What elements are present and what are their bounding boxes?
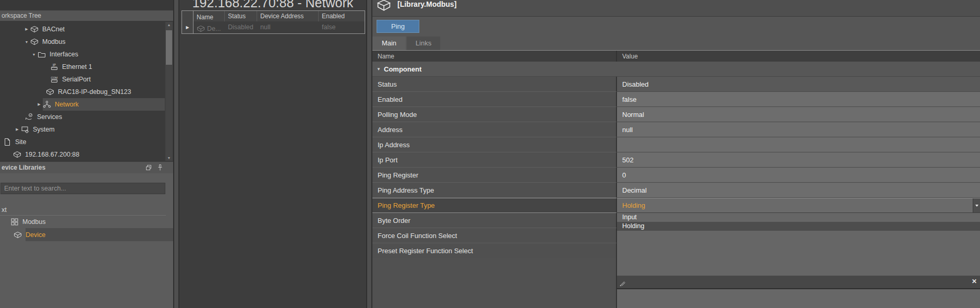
services-icon [25,113,33,121]
tree-item-services[interactable]: Services [0,111,165,123]
dropdown-option-input[interactable]: Input [617,213,980,222]
tree-item-system[interactable]: ▶ System [0,123,165,136]
property-name: Address [372,122,617,137]
library-item-modbus[interactable]: Modbus [0,215,173,228]
system-icon [21,125,29,134]
dropdown-button[interactable] [973,198,980,212]
property-value[interactable]: Decimal [617,183,980,198]
column-header-name[interactable]: Name [193,11,225,21]
row-pointer-icon: ▶ [186,25,189,30]
chevron-right-icon[interactable]: ▶ [23,27,30,31]
property-row-ping-address-type[interactable]: Ping Address Type Decimal [372,183,980,198]
scroll-up-icon[interactable]: ▲ [165,22,173,28]
property-row-status[interactable]: Status Disabled [372,77,980,92]
tab-main[interactable]: Main [372,37,406,50]
property-name: Enabled [372,92,617,107]
workspace-tree: ▶ BACnet ▼ Modbus ▼ Interfac [0,21,173,162]
property-row-ip-address[interactable]: Ip Address [372,137,980,152]
left-splitter[interactable] [173,0,179,308]
tree-item-ethernet-1[interactable]: IP Ethernet 1 [0,61,165,73]
property-row-ping-register-type[interactable]: Ping Register Type Holding [372,198,980,213]
chevron-down-icon[interactable]: ▼ [30,53,38,56]
device-cube-icon [197,25,205,33]
chevron-right-icon[interactable]: ▶ [14,127,21,132]
property-value[interactable]: 0 [617,168,980,183]
cell-enabled: false [319,21,365,33]
library-column-header[interactable]: xt [0,205,166,216]
property-row-ping-register[interactable]: Ping Register 0 [372,168,980,183]
device-cube-icon [377,0,391,13]
left-toolbar-strip [0,0,173,11]
inspector-tabs: Main Links [372,37,440,50]
editor-value: Holding [622,202,645,209]
tree-item-interfaces[interactable]: ▼ Interfaces [0,48,165,61]
group-row-component[interactable]: ▼ Component [372,62,980,77]
tree-item-label: Site [15,138,27,146]
svg-text:COM: COM [51,76,58,79]
property-value[interactable]: Disabled [617,77,980,92]
device-libraries-panel: evice Libraries xt Modbus Device [0,162,173,308]
property-value[interactable]: false [617,92,980,107]
scroll-down-icon[interactable]: ▼ [165,155,173,161]
tree-item-label: Modbus [42,38,65,45]
dropdown-option-holding[interactable]: Holding [617,222,980,231]
property-row-ip-port[interactable]: Ip Port 502 [372,152,980,168]
right-splitter[interactable] [366,0,372,308]
dock-window-icon[interactable] [145,164,152,171]
tree-item-label: Network [55,101,79,108]
tree-item-modbus[interactable]: ▼ Modbus [0,35,165,48]
svg-text:IP: IP [53,63,56,67]
grid-header-value[interactable]: Value [617,51,980,62]
property-value[interactable]: 502 [617,152,980,168]
device-libraries-title: evice Libraries [2,164,45,171]
property-name: Polling Mode [372,107,617,122]
dropdown-popup: Input Holding [617,212,980,231]
chevron-down-icon[interactable]: ▼ [23,40,30,44]
tree-scrollbar[interactable]: ▲ ▼ [165,22,173,161]
property-value[interactable]: null [617,122,980,137]
library-item-device[interactable]: Device [0,228,173,241]
grid-header-row: Name Value [372,51,980,62]
network-icon [43,100,51,109]
property-name: Force Coil Function Select [372,228,617,243]
property-value[interactable]: Normal [617,107,980,122]
tree-item-bacnet[interactable]: ▶ BACnet [0,23,165,35]
scrollbar-thumb[interactable] [166,30,172,65]
grid-icon [10,218,19,226]
device-libraries-header: evice Libraries [0,162,173,173]
tab-links[interactable]: Links [407,37,440,50]
com-port-icon: COM [50,75,58,84]
tree-item-rac18-ip-debug[interactable]: RAC18-IP-debug_SN123 [0,86,165,98]
chevron-down-icon[interactable]: ▼ [377,67,384,72]
column-header-enabled[interactable]: Enabled [319,11,365,21]
tree-item-label: System [33,126,55,133]
indicator-column-header [182,11,193,21]
property-value[interactable] [617,137,980,152]
grid-header-name[interactable]: Name [372,51,617,62]
device-cube-icon [46,88,54,96]
network-view-panel: 192.168.22.70:88 - Network Name Status D… [179,0,366,308]
tree-item-device-address-192-168-67-200[interactable]: 192.168.67.200:88 [0,148,165,161]
property-inspector-panel: [Library.Modbus] Ping Main Links Name Va… [372,0,980,308]
column-header-device-address[interactable]: Device Address [257,11,319,21]
property-value-editor[interactable]: Holding [617,198,980,213]
row-expander[interactable]: ▶ [182,21,193,33]
table-row[interactable]: ▶ De... Disabled null false [182,21,365,33]
property-row-polling-mode[interactable]: Polling Mode Normal [372,107,980,122]
property-row-enabled[interactable]: Enabled false [372,92,980,107]
pin-icon[interactable] [156,164,164,171]
column-header-status[interactable]: Status [225,11,257,21]
library-search-input[interactable] [1,183,165,194]
chevron-down-icon [975,205,978,207]
close-icon[interactable]: ✕ [972,278,977,285]
network-view-title: 192.168.22.70:88 - Network [179,0,366,10]
device-cube-icon [30,25,39,33]
device-cube-icon [30,38,39,46]
property-name: Byte Order [372,213,617,228]
tree-item-serialport[interactable]: COM SerialPort [0,73,165,86]
tree-item-network[interactable]: ▶ Network [0,98,165,111]
property-row-address[interactable]: Address null [372,122,980,137]
ping-button[interactable]: Ping [377,20,419,33]
chevron-right-icon[interactable]: ▶ [35,102,43,106]
tree-item-site[interactable]: Site [0,136,165,148]
